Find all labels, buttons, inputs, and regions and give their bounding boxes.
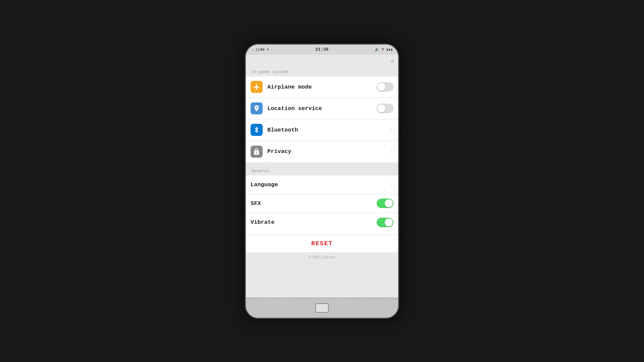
privacy-label: Privacy	[267, 148, 385, 155]
location-service-knob	[377, 104, 385, 112]
reset-row: RESET	[246, 235, 398, 252]
close-button[interactable]: ✕	[390, 57, 394, 65]
bluetooth-chevron: ›	[390, 127, 393, 133]
sfx-knob	[385, 199, 393, 207]
ingame-settings-list: Airplane mode Location service	[246, 76, 398, 162]
sfx-label: SFX	[251, 200, 372, 207]
status-bar: ..||3U + 21:30 🔊 T ▮▮▮	[246, 45, 398, 55]
settings-content: In-game system Airplane mode	[246, 66, 398, 298]
location-service-toggle[interactable]	[377, 104, 393, 113]
bottom-nav-bar	[246, 298, 398, 318]
setting-row-language[interactable]: Language ›	[246, 175, 398, 194]
general-settings-list: Language › SFX Vibrate	[246, 175, 398, 252]
home-button[interactable]	[315, 303, 329, 313]
setting-row-location-service[interactable]: Location service	[246, 98, 398, 119]
status-time: 21:30	[315, 47, 328, 52]
vibrate-toggle[interactable]	[377, 218, 393, 227]
airplane-mode-knob	[377, 83, 385, 91]
watermark: K78电玩之家.com	[246, 252, 398, 262]
status-battery: 🔊 T ▮▮▮	[375, 47, 393, 52]
airplane-mode-icon	[251, 81, 263, 93]
language-label: Language	[251, 182, 385, 188]
close-row: ✕	[246, 55, 398, 66]
setting-row-privacy[interactable]: Privacy ›	[246, 141, 398, 162]
reset-button[interactable]: RESET	[311, 240, 333, 247]
phone-frame: ..||3U + 21:30 🔊 T ▮▮▮ ✕ In-game system …	[245, 44, 399, 319]
privacy-icon	[251, 146, 263, 158]
sfx-toggle[interactable]	[377, 199, 393, 208]
general-section: General Language › SFX Vibrate	[246, 165, 398, 252]
setting-row-bluetooth[interactable]: Bluetooth ›	[246, 119, 398, 141]
location-service-label: Location service	[267, 105, 372, 112]
bluetooth-icon	[251, 124, 263, 136]
vibrate-knob	[385, 218, 393, 226]
setting-row-vibrate[interactable]: Vibrate	[246, 213, 398, 232]
location-service-icon	[251, 102, 263, 114]
airplane-mode-label: Airplane mode	[267, 84, 372, 90]
status-signal: ..||3U +	[251, 48, 269, 52]
language-chevron: ›	[390, 182, 393, 188]
airplane-mode-toggle[interactable]	[377, 82, 393, 92]
setting-row-sfx[interactable]: SFX	[246, 194, 398, 213]
vibrate-label: Vibrate	[251, 219, 372, 225]
setting-row-airplane-mode[interactable]: Airplane mode	[246, 76, 398, 98]
section-header-general: General	[246, 165, 398, 175]
privacy-chevron: ›	[390, 149, 393, 155]
section-header-ingame: In-game system	[246, 66, 398, 76]
bluetooth-label: Bluetooth	[267, 127, 385, 133]
